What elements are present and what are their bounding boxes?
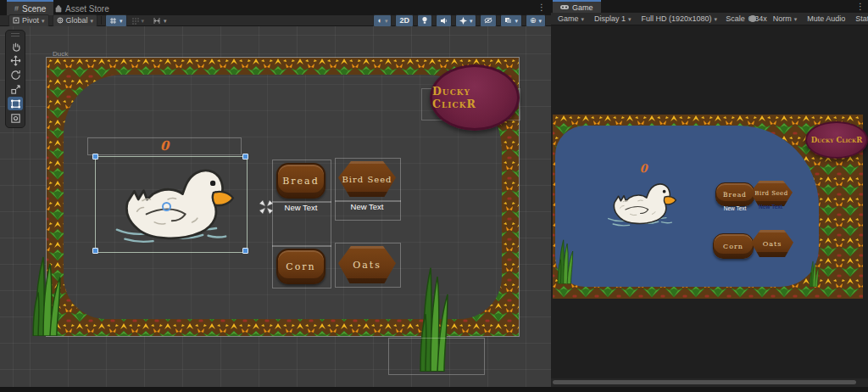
resolution-label: Full HD (1920x1080) [642, 14, 712, 24]
tab-asset-store-label: Asset Store [65, 4, 109, 14]
game-panel: Game ⋮ Game ▾ Display 1 ▾ Full HD (1920x… [551, 0, 868, 392]
snap-settings-button[interactable]: ▾ [148, 14, 171, 27]
bread-button[interactable]: Bread [276, 163, 326, 199]
bird-seed-button[interactable]: Bird Seed [338, 161, 396, 197]
dropdown-arrow-icon: ▾ [794, 16, 798, 22]
unity-editor-window: # Scene Asset Store ⋮ Pivot ▾ Global ▾ [0, 0, 868, 392]
light-bulb-icon [421, 16, 428, 25]
window-bottom-strip [0, 387, 868, 392]
tab-game[interactable]: Game [553, 0, 601, 13]
transform-tool-icon [10, 113, 21, 124]
game-hscrollbar-track[interactable] [551, 378, 868, 387]
game-bird-seed-button-label: Bird Seed [754, 190, 788, 197]
scale-tool[interactable] [8, 82, 23, 96]
selection-handle[interactable] [242, 248, 248, 254]
game-bread-button[interactable]: Bread [715, 182, 754, 206]
stats-button[interactable]: Stats [851, 13, 868, 25]
dropdown-arrow-icon: ▾ [470, 18, 473, 24]
pivot-dropdown[interactable]: Pivot ▾ [8, 14, 49, 27]
shading-mode-dropdown[interactable]: ◐ ▾ [373, 14, 392, 27]
bread-button-label: Bread [282, 176, 319, 187]
game-oats-button-label: Oats [763, 240, 782, 248]
game-oats-button[interactable]: Oats [751, 230, 793, 257]
game-duck-sprite[interactable] [597, 178, 683, 229]
tools-drag-handle[interactable] [11, 33, 19, 36]
selection-handle[interactable] [92, 154, 98, 160]
eye-off-icon [484, 17, 492, 24]
move-tool-icon [10, 55, 21, 66]
resolution-dropdown[interactable]: Full HD (1920x1080) ▾ [637, 13, 722, 25]
game-hscrollbar-thumb[interactable] [553, 380, 856, 384]
play-mode-dropdown[interactable]: Norm ▾ [769, 13, 802, 25]
scene-grid-icon: # [14, 4, 19, 13]
2d-toggle-button[interactable]: 2D [395, 14, 414, 27]
bread-caption: New Text [272, 203, 330, 212]
game-tabbar: Game ⋮ [551, 0, 868, 13]
snap-increment-icon [131, 17, 139, 25]
duck-sprite[interactable] [100, 160, 242, 248]
tab-scene-label: Scene [22, 4, 46, 14]
rect-outline [388, 338, 485, 375]
title-badge-text: Ducky ClickR [432, 85, 517, 110]
bird-seed-caption: New Text [335, 202, 399, 211]
oats-button[interactable]: Oats [338, 246, 396, 283]
transform-tool[interactable] [8, 111, 23, 125]
pivot-handle[interactable] [162, 202, 171, 211]
scene-tabbar: # Scene Asset Store ⋮ [0, 0, 551, 15]
dropdown-arrow-icon: ▾ [164, 18, 167, 24]
mute-audio-button[interactable]: Mute Audio [803, 13, 849, 25]
play-mode-label: Norm [773, 14, 792, 24]
game-corn-button[interactable]: Corn [713, 233, 754, 259]
score-text: 0 [88, 138, 241, 154]
move-tool[interactable] [8, 53, 23, 67]
hidden-objects-toggle[interactable] [480, 14, 497, 27]
dropdown-arrow-icon: ▾ [538, 18, 542, 24]
tab-game-label: Game [572, 3, 593, 12]
scene-viewport[interactable]: Duck [0, 26, 551, 387]
rotate-tool-icon [10, 70, 21, 81]
game-title-badge: Ducky ClickR [805, 121, 868, 159]
dropdown-arrow-icon: ▾ [385, 18, 388, 24]
corn-button[interactable]: Corn [276, 249, 326, 284]
selection-handle[interactable] [242, 154, 248, 160]
effects-dropdown[interactable]: ▾ [455, 14, 477, 27]
dropdown-arrow-icon: ▾ [91, 18, 94, 24]
global-label: Global [66, 16, 88, 25]
tab-asset-store[interactable]: Asset Store [47, 0, 117, 15]
game-target-dropdown[interactable]: Game ▾ [554, 13, 588, 25]
stats-label: Stats [855, 14, 868, 24]
game-grass-sprite [808, 260, 821, 287]
scale-slider-thumb[interactable] [749, 15, 756, 22]
hand-tool[interactable] [8, 39, 23, 53]
scene-kebab-menu-icon[interactable]: ⋮ [537, 3, 546, 12]
dropdown-arrow-icon: ▾ [715, 16, 718, 22]
hand-tool-icon [10, 41, 21, 52]
game-target-label: Game [558, 14, 579, 24]
display-dropdown[interactable]: Display 1 ▾ [590, 13, 636, 25]
global-dropdown[interactable]: Global ▾ [53, 14, 98, 27]
lighting-toggle-button[interactable] [417, 14, 432, 27]
game-viewport: Ducky ClickR 0 Bread Bird Seed New Text … [551, 25, 868, 392]
oats-button-label: Oats [353, 260, 381, 271]
rect-tool[interactable] [8, 97, 23, 110]
pivot-label: Pivot [22, 16, 39, 25]
camera-view-dropdown[interactable]: ▾ [500, 14, 522, 27]
2d-label: 2D [399, 16, 409, 25]
global-icon [57, 17, 64, 24]
selection-handle[interactable] [92, 248, 98, 254]
corn-button-label: Corn [286, 261, 315, 272]
pivot-icon [13, 17, 19, 24]
grid-snap-button[interactable]: ▾ [105, 14, 127, 27]
dropdown-arrow-icon: ▾ [628, 16, 632, 22]
game-bird-seed-caption: New Text [748, 204, 793, 210]
game-canvas-frame: Ducky ClickR 0 [47, 58, 519, 336]
bird-seed-button-label: Bird Seed [342, 175, 392, 184]
game-bird-seed-button[interactable]: Bird Seed [750, 181, 793, 206]
layers-icon [504, 17, 512, 24]
audio-toggle-button[interactable] [436, 14, 452, 27]
scale-label: Scale [726, 14, 745, 23]
gizmos-dropdown[interactable]: ⊕ ▾ [526, 14, 546, 27]
game-kebab-menu-icon[interactable]: ⋮ [856, 3, 865, 11]
rotate-tool[interactable] [8, 68, 23, 81]
snap-increment-button[interactable]: ▾ [127, 14, 149, 27]
